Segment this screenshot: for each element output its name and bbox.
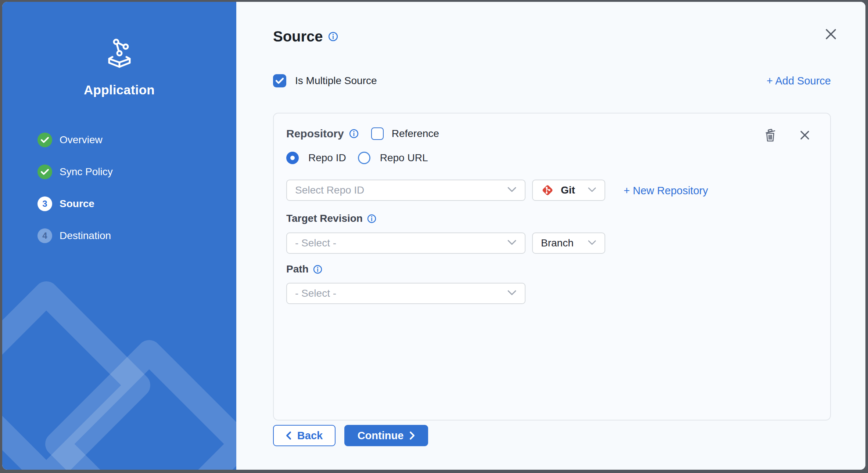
step-destination[interactable]: 4 Destination bbox=[37, 228, 113, 243]
application-wizard-modal: Application Overview Sync Policy 3 Sourc… bbox=[2, 2, 865, 470]
delete-source-icon[interactable] bbox=[764, 128, 777, 142]
chevron-left-icon bbox=[286, 431, 291, 440]
repo-url-label: Repo URL bbox=[380, 152, 428, 164]
target-revision-select[interactable]: - Select - bbox=[286, 232, 526, 254]
repo-id-label: Repo ID bbox=[308, 152, 346, 164]
continue-button-label: Continue bbox=[358, 430, 404, 442]
step-label: Sync Policy bbox=[60, 166, 113, 178]
application-icon bbox=[2, 39, 236, 68]
source-panel: Source Is Multiple Source + Add Source R… bbox=[236, 2, 865, 470]
target-revision-info-icon[interactable] bbox=[367, 214, 376, 223]
new-repository-link[interactable]: + New Repository bbox=[624, 185, 708, 197]
repo-provider-select[interactable]: Git bbox=[532, 180, 605, 201]
path-info-icon[interactable] bbox=[313, 265, 322, 274]
add-source-link[interactable]: + Add Source bbox=[767, 75, 831, 87]
chevron-right-icon bbox=[409, 431, 415, 440]
step-label: Destination bbox=[60, 230, 111, 242]
git-icon bbox=[541, 184, 554, 197]
wizard-title: Application bbox=[2, 83, 236, 97]
check-icon bbox=[276, 77, 284, 84]
repository-title: Repository bbox=[286, 127, 344, 140]
is-multiple-source-label: Is Multiple Source bbox=[295, 75, 377, 87]
path-label: Path bbox=[286, 263, 309, 275]
repo-id-select[interactable]: Select Repo ID bbox=[286, 180, 526, 201]
back-button[interactable]: Back bbox=[273, 425, 336, 446]
step-number: 4 bbox=[37, 228, 52, 243]
step-label: Source bbox=[60, 198, 94, 210]
is-multiple-source-checkbox[interactable] bbox=[273, 74, 286, 87]
step-done-icon bbox=[37, 165, 52, 179]
target-revision-label: Target Revision bbox=[286, 213, 363, 224]
wizard-steps: Overview Sync Policy 3 Source 4 Destinat… bbox=[37, 133, 113, 243]
chevron-down-icon bbox=[507, 239, 517, 247]
path-select[interactable]: - Select - bbox=[286, 283, 526, 304]
repository-info-icon[interactable] bbox=[349, 129, 359, 138]
target-revision-placeholder: - Select - bbox=[295, 237, 336, 249]
step-label: Overview bbox=[60, 134, 103, 146]
wizard-sidebar: Application Overview Sync Policy 3 Sourc… bbox=[2, 2, 236, 470]
step-overview[interactable]: Overview bbox=[37, 133, 113, 147]
radio-unselected-icon bbox=[358, 152, 370, 164]
provider-value: Git bbox=[561, 184, 575, 196]
repo-url-radio[interactable]: Repo URL bbox=[358, 152, 428, 164]
reference-label: Reference bbox=[392, 128, 439, 140]
repo-id-radio[interactable]: Repo ID bbox=[286, 152, 346, 164]
path-placeholder: - Select - bbox=[295, 288, 336, 299]
brand-watermark bbox=[2, 271, 236, 470]
back-button-label: Back bbox=[297, 430, 323, 442]
repository-card: Repository Reference bbox=[273, 113, 831, 420]
step-done-icon bbox=[37, 133, 52, 147]
remove-source-icon[interactable] bbox=[800, 130, 810, 140]
chevron-down-icon bbox=[588, 240, 596, 247]
chevron-down-icon bbox=[507, 187, 517, 194]
step-sync-policy[interactable]: Sync Policy bbox=[37, 165, 113, 179]
radio-selected-icon bbox=[286, 152, 299, 164]
revision-type-value: Branch bbox=[541, 237, 574, 249]
chevron-down-icon bbox=[588, 187, 596, 194]
chevron-down-icon bbox=[507, 290, 517, 297]
revision-type-select[interactable]: Branch bbox=[532, 232, 605, 254]
step-number: 3 bbox=[37, 196, 52, 211]
page-title: Source bbox=[273, 28, 323, 45]
repo-id-placeholder: Select Repo ID bbox=[295, 184, 364, 196]
reference-checkbox[interactable] bbox=[371, 127, 384, 140]
close-icon[interactable] bbox=[824, 27, 838, 41]
continue-button[interactable]: Continue bbox=[344, 425, 428, 446]
source-info-icon[interactable] bbox=[328, 32, 338, 41]
step-source[interactable]: 3 Source bbox=[37, 196, 113, 211]
